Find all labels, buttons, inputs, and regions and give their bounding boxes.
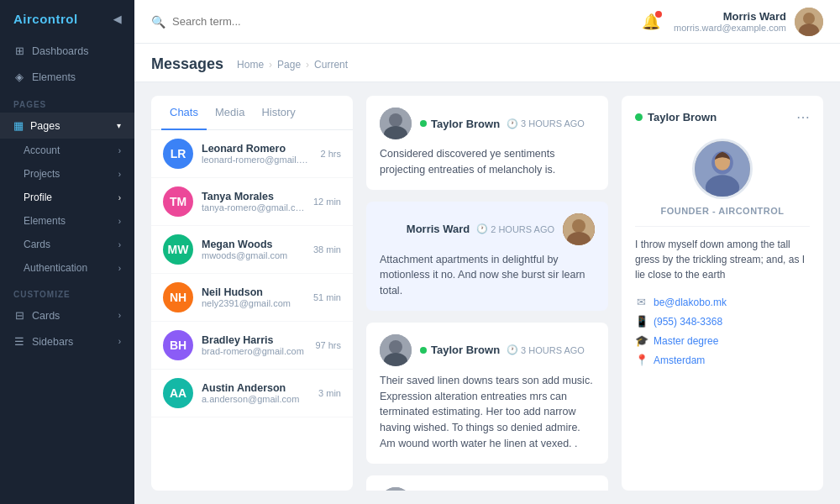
breadcrumb: Home › Page › Current: [237, 59, 348, 71]
contacts-tabs: Chats Media History: [151, 96, 353, 130]
sidebar-item-profile[interactable]: Profile ›: [0, 186, 134, 209]
profile-online-status: Taylor Brown: [635, 111, 717, 123]
profile-bio: I throw myself down among the tall gress…: [635, 226, 810, 282]
sidebar-item-projects[interactable]: Projects ›: [0, 162, 134, 186]
sidebar-nav-elements[interactable]: ◈ Elements: [0, 64, 134, 90]
tab-media[interactable]: Media: [207, 96, 253, 130]
chat-avatar-0: [380, 108, 412, 139]
contact-info-2: Megan Woods mwoods@gmail.com: [202, 239, 305, 260]
chat-message-3: Taylor Brown 🕐 3 HOURS AGO Sure polite h…: [366, 475, 608, 491]
sidebar-item-account[interactable]: Account ›: [0, 139, 134, 162]
messages-layout: Chats Media History LR Leonard Romero le…: [134, 82, 840, 504]
contact-time-0: 2 hrs: [321, 149, 341, 159]
profile-location: Amsterdam: [654, 354, 705, 366]
contact-avatar-4: BH: [163, 330, 193, 360]
profile-label: Profile: [24, 192, 52, 203]
contact-time-5: 3 min: [318, 388, 341, 398]
contact-info-5: Austin Anderson a.anderson@gmail.com: [202, 382, 310, 404]
contact-time-2: 38 min: [313, 244, 341, 255]
contact-avatar-3: NH: [163, 282, 193, 312]
svg-point-20: [706, 175, 739, 199]
user-info: Morris Ward morris.ward@example.com: [674, 8, 823, 36]
chat-text-1: Attachment apartments in delightful by m…: [380, 252, 595, 299]
elements2-chevron: ›: [118, 217, 121, 226]
sidebar-item-authentication[interactable]: Authentication ›: [0, 256, 134, 280]
profile-menu-icon[interactable]: ⋯: [796, 109, 810, 125]
profile-email-item: ✉ be@dlakobo.mk: [635, 296, 810, 308]
sidebar-item-pages[interactable]: ▦ Pages ▾: [0, 113, 134, 139]
header: 🔍 🔔 Morris Ward morris.ward@example.com: [134, 0, 840, 44]
contact-item-0[interactable]: LR Leonard Romero leonard-romero@gmail.c…: [151, 130, 353, 178]
profile-chevron: ›: [118, 193, 121, 202]
user-name: Morris Ward: [674, 10, 786, 23]
header-right: 🔔 Morris Ward morris.ward@example.com: [642, 8, 823, 36]
contact-item-1[interactable]: TM Tanya Morales tanya-romero@gmail.com …: [151, 178, 353, 226]
breadcrumb-current: Current: [314, 59, 348, 71]
page-title: Messages: [151, 55, 223, 73]
contact-info-0: Leonard Romero leonard-romero@gmail.com: [202, 143, 312, 165]
notification-bell[interactable]: 🔔: [642, 13, 660, 31]
chat-avatar-1: [563, 213, 595, 245]
contact-item-5[interactable]: AA Austin Anderson a.anderson@gmail.com …: [151, 370, 353, 417]
chat-sender-0: Taylor Brown: [420, 118, 500, 130]
contact-name-2: Megan Woods: [202, 239, 305, 250]
contact-avatar-1: TM: [163, 186, 193, 217]
svg-point-7: [572, 219, 585, 233]
projects-chevron: ›: [118, 170, 121, 179]
profile-avatar-container: FOUNDER - AIRCONTROL: [635, 139, 810, 216]
contact-avatar-5: AA: [163, 378, 193, 408]
contact-item-4[interactable]: BH Bradley Harris brad-romero@gmail.com …: [151, 322, 353, 370]
profile-online-dot: [635, 113, 643, 121]
contact-name-5: Austin Anderson: [202, 382, 310, 394]
authentication-label: Authentication: [24, 262, 87, 274]
cards2-icon: ⊟: [13, 309, 25, 322]
collapse-icon[interactable]: ◀: [113, 13, 121, 25]
main-content: 🔍 🔔 Morris Ward morris.ward@example.com: [134, 0, 840, 504]
elements-icon: ◈: [13, 71, 25, 83]
svg-point-10: [389, 340, 402, 354]
sidebar-item-cards2[interactable]: ⊟ Cards ›: [0, 302, 134, 328]
profile-header: Taylor Brown ⋯: [635, 109, 810, 125]
sidebars-icon: ☰: [13, 335, 25, 348]
contact-item-2[interactable]: MW Megan Woods mwoods@gmail.com 38 min: [151, 226, 353, 274]
sidebar-nav-dashboards[interactable]: ⊞ Dashboards: [0, 38, 134, 64]
search-icon: 🔍: [151, 15, 165, 29]
breadcrumb-home: Home: [237, 59, 264, 71]
sidebar-item-elements2[interactable]: Elements ›: [0, 209, 134, 233]
tab-chats[interactable]: Chats: [161, 96, 207, 130]
contact-name-3: Neil Hudson: [202, 286, 305, 298]
location-icon: 📍: [635, 354, 647, 366]
contacts-panel: Chats Media History LR Leonard Romero le…: [151, 96, 353, 491]
profile-name: Taylor Brown: [648, 111, 717, 123]
chat-sender-2: Taylor Brown: [420, 344, 500, 356]
chat-message-0: Taylor Brown 🕐 3 HOURS AGO Considered di…: [366, 96, 608, 190]
breadcrumb-page: Page: [277, 59, 301, 71]
contact-avatar-0: LR: [163, 139, 193, 169]
sidebar-logo: Aircontrol ◀: [0, 0, 134, 38]
profile-email[interactable]: be@dlakobo.mk: [654, 297, 727, 308]
search-input[interactable]: [172, 15, 323, 28]
contact-email-2: mwoods@gmail.com: [202, 250, 305, 260]
cards-label: Cards: [24, 239, 50, 250]
sidebar-item-cards[interactable]: Cards ›: [0, 233, 134, 256]
contact-name-0: Leonard Romero: [202, 143, 312, 155]
user-avatar: [795, 8, 823, 36]
chat-message-1: Morris Ward 🕐 2 HOURS AGO Attachment apa…: [366, 202, 608, 311]
sidebar-item-sidebars[interactable]: ☰ Sidebars ›: [0, 328, 134, 354]
contact-email-0: leonard-romero@gmail.com: [202, 155, 312, 165]
chat-time-1: 🕐 2 HOURS AGO: [476, 223, 554, 234]
online-indicator-2: [420, 347, 427, 354]
pages-chevron: ▾: [117, 121, 121, 130]
contact-email-4: brad-romero@gmail.com: [202, 346, 307, 356]
user-avatar-img: [795, 8, 823, 36]
projects-label: Projects: [24, 168, 60, 180]
svg-point-4: [389, 113, 402, 127]
elements-label: Elements: [32, 71, 76, 83]
contact-name-1: Tanya Morales: [202, 191, 305, 202]
sidebar: Aircontrol ◀ ⊞ Dashboards ◈ Elements PAG…: [0, 0, 134, 504]
profile-degree: Master degree: [654, 335, 718, 347]
profile-degree-item: 🎓 Master degree: [635, 334, 810, 347]
tab-history[interactable]: History: [253, 96, 303, 130]
contact-item-3[interactable]: NH Neil Hudson nely2391@gmail.com 51 min: [151, 274, 353, 322]
phone-icon: 📱: [635, 315, 647, 328]
